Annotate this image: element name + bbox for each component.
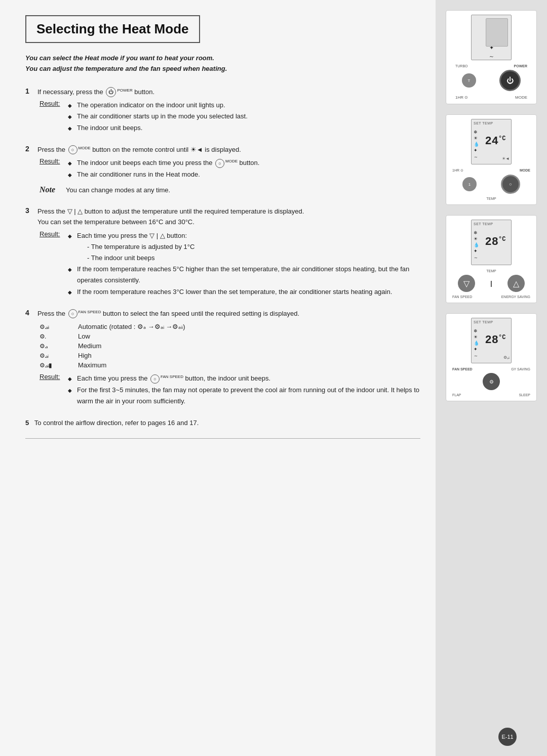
fan-row-auto: ⚙.ₐᵢᵢ Automatic (rotated : ⚙ₐ →⚙ₐᵢ →⚙ₐᵢᵢ…	[40, 323, 420, 330]
remote3-settemp: SET TEMP	[474, 222, 493, 226]
remote-2: SET TEMP ❄ ☀ 💧 ✦ ～ 24°C ☀◄ 1HR ⊙ MODE 1	[446, 114, 537, 205]
remote3-energy: ENERGY SAVING	[501, 295, 530, 299]
step-2: 2 Press the ○MODE button on the remote c…	[25, 145, 420, 196]
fan-row-medium: ⚙.ₐ Medium	[40, 342, 420, 350]
result-label-4: Result:	[40, 373, 65, 406]
remote1-power-btn[interactable]: ⏻	[499, 70, 521, 91]
step-4: 4 Press the ○FAN SPEED button to select …	[25, 309, 420, 407]
remote2-temp-label: TEMP	[486, 197, 496, 200]
note-label: Note	[40, 185, 60, 194]
remote4-fan-icon: ⚙ₐᵢᵢ	[503, 355, 510, 360]
step-5-text: To control the airflow direction, refer …	[34, 419, 199, 427]
remote-3-display: SET TEMP ❄ ☀ 💧 ✦ ～ 28°C	[471, 220, 512, 265]
step-1-bullets: The operation indicator on the indoor un…	[68, 100, 248, 133]
step-4-text: Press the ○FAN SPEED button to select th…	[37, 309, 299, 319]
remote4-fanspeed-label: FAN SPEED	[452, 367, 473, 371]
fan-row-max: ⚙.ₐᵢᵢ▮ Maximum	[40, 361, 420, 369]
step-4-bullets: Each time you press the ○FAN SPEED butto…	[68, 373, 420, 406]
remote2-temp: 24°C	[485, 135, 506, 148]
fan-icon-max: ⚙.ₐᵢᵢ▮	[40, 362, 70, 369]
step-2-result: Result: The indoor unit beeps each time …	[40, 157, 420, 180]
remote-3: SET TEMP ❄ ☀ 💧 ✦ ～ 28°C TEMP ▽ | △	[446, 215, 537, 303]
bullet-3-0: Each time you press the ▽ | △ button: - …	[68, 230, 420, 264]
step-5-num: 5	[25, 419, 29, 427]
fan-label-auto: Automatic (rotated : ⚙ₐ →⚙ₐᵢ →⚙ₐᵢᵢ)	[78, 323, 185, 330]
main-content: Selecting the Heat Mode You can select t…	[0, 0, 436, 756]
fan-icon-auto: ⚙.ₐᵢᵢ	[40, 323, 70, 330]
remote2-mode-btn[interactable]: ○	[501, 175, 520, 194]
fan-icon-medium: ⚙.ₐ	[40, 343, 70, 350]
right-sidebar: ENGLISH ❄ ☀ 💧 ✦ ～ TURBO POWER	[436, 0, 547, 756]
note-text: You can change modes at any time.	[66, 185, 170, 196]
fan-icon-high: ⚙.ₐᵢ	[40, 352, 70, 359]
bullet-1-3: The indoor unit beeps.	[68, 122, 248, 134]
remote-4-display: SET TEMP ❄ ☀ 💧 ✦ ～ 28°C ⚙ₐᵢᵢ	[471, 318, 512, 363]
remote2-1hr: 1HR ⊙	[452, 169, 463, 173]
fan-speed-table: ⚙.ₐᵢᵢ Automatic (rotated : ⚙ₐ →⚙ₐᵢ →⚙ₐᵢᵢ…	[40, 323, 420, 369]
step-4-result: Result: Each time you press the ○FAN SPE…	[40, 373, 420, 406]
result-label-2: Result:	[40, 157, 65, 180]
step-3: 3 Press the ▽ | △ button to adjust the t…	[25, 206, 420, 297]
remote-4: SET TEMP ❄ ☀ 💧 ✦ ～ 28°C ⚙ₐᵢᵢ FAN SPEED G…	[446, 313, 537, 401]
step-4-num: 4	[25, 309, 33, 317]
fan-label-medium: Medium	[78, 342, 101, 350]
power-icon-inline: ⏻	[106, 87, 116, 97]
fan-icon-low: ⚙.	[40, 333, 70, 340]
remote-1: ❄ ☀ 💧 ✦ ～ TURBO POWER T	[446, 10, 537, 104]
remote3-separator: |	[490, 280, 492, 287]
fan-label-max: Maximum	[78, 361, 106, 369]
remote4-settemp: SET TEMP	[474, 320, 493, 324]
step-1-text: If necessary, press the ⏻POWER button.	[37, 87, 154, 98]
fan-row-low: ⚙. Low	[40, 332, 420, 340]
sub-bullet-3-1: - The temperature is adjusted by 1°C	[77, 241, 420, 253]
page-number: E-11	[498, 728, 517, 746]
remote1-turbo: TURBO	[455, 64, 468, 68]
mode-icon2: ○	[215, 159, 224, 168]
remote1-1hr: 1HR ⊙	[455, 95, 468, 100]
intro-text: You can select the Heat mode if you want…	[25, 53, 420, 74]
bullet-3-2: If the room temperature reaches 3°C lowe…	[68, 286, 420, 298]
step-3-num: 3	[25, 206, 33, 215]
bullet-4-2: For the first 3~5 minutes, the fan may n…	[68, 385, 420, 407]
remote3-fanspeed: FAN SPEED	[452, 295, 472, 299]
step-1: 1 If necessary, press the ⏻POWER button.…	[25, 87, 420, 134]
bullet-1-2: The air conditioner starts up in the mod…	[68, 111, 248, 122]
bullet-1-1: The operation indicator on the indoor un…	[68, 100, 248, 111]
fan-row-high: ⚙.ₐᵢ High	[40, 352, 420, 359]
fan-icon2: ○	[150, 374, 160, 384]
bullet-2-1: The indoor unit beeps each time you pres…	[68, 157, 259, 169]
mode-icon-inline: ○	[68, 145, 77, 154]
intro-line1: You can select the Heat mode if you want…	[25, 53, 420, 64]
remote2-1hr-btn[interactable]: 1	[462, 177, 477, 191]
step-5: 5 To control the airflow direction, refe…	[25, 418, 420, 429]
remote2-heat-sym: ☀◄	[502, 156, 510, 161]
remote4-flap: FLAP	[452, 393, 461, 397]
remote1-mode: MODE	[515, 95, 527, 100]
bullet-4-1: Each time you press the ○FAN SPEED butto…	[68, 373, 420, 384]
remote4-sleep: SLEEP	[519, 393, 530, 397]
remote3-temp-label: TEMP	[486, 269, 496, 273]
step-2-note: Note You can change modes at any time.	[40, 185, 420, 196]
remote3-up-btn[interactable]: △	[507, 275, 525, 292]
result-label-1: Result:	[40, 100, 65, 133]
fan-label-high: High	[78, 352, 92, 359]
remote4-temp: 28°C	[485, 334, 506, 347]
remote2-mode-label: MODE	[520, 169, 530, 173]
intro-line2: You can adjust the temperature and the f…	[25, 64, 420, 74]
bottom-divider	[25, 438, 420, 439]
step-2-text: Press the ○MODE button on the remote con…	[37, 145, 241, 155]
remote-1-display: ❄ ☀ 💧 ✦ ～	[471, 15, 512, 60]
remote3-down-btn[interactable]: ▽	[458, 275, 475, 292]
remote3-temp: 28°C	[485, 236, 506, 248]
fan-label-low: Low	[78, 332, 90, 340]
remote4-fan-btn[interactable]: ⚙	[483, 373, 500, 390]
sub-bullet-3-2: - The indoor unit beeps	[77, 253, 420, 264]
step-1-num: 1	[25, 87, 33, 95]
result-label-3: Result:	[40, 230, 65, 298]
step-2-num: 2	[25, 145, 33, 153]
page-container: Selecting the Heat Mode You can select t…	[0, 0, 547, 756]
fan-icon-inline: ○	[68, 309, 77, 318]
remote1-turbo-btn[interactable]: T	[462, 73, 476, 88]
page-title: Selecting the Heat Mode	[36, 21, 189, 37]
step-3-text: Press the ▽ | △ button to adjust the tem…	[37, 206, 304, 228]
